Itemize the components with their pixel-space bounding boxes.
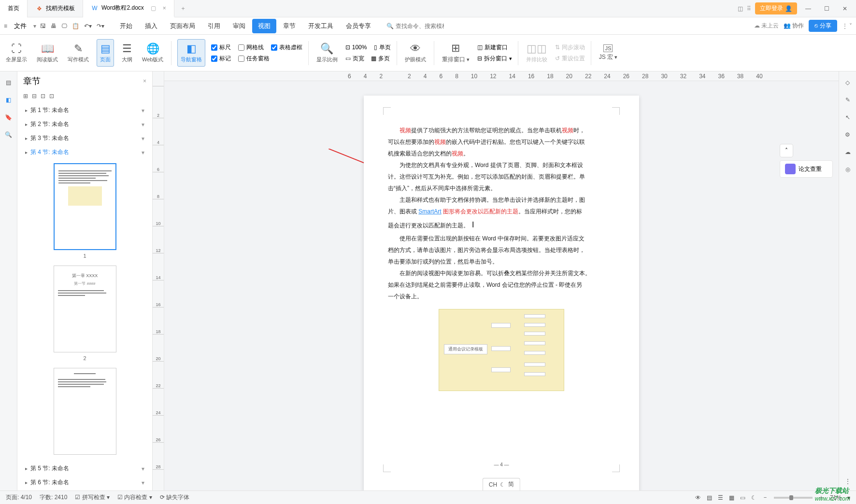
file-menu[interactable]: 文件: [11, 20, 29, 32]
content-check-button[interactable]: ☑ 内容检查 ▾: [117, 493, 152, 502]
toolbox-icon[interactable]: ◇: [845, 79, 850, 86]
split-window-icon[interactable]: ⊟: [477, 55, 482, 62]
paper-check-button[interactable]: 论文查重: [780, 160, 833, 178]
select-icon[interactable]: ↖: [845, 114, 850, 121]
paragraph[interactable]: 主题和样式也有助于文档保持协调。当您单击设计并选择新的主题时，图: [388, 194, 615, 206]
outline-button[interactable]: ☰大纲: [120, 42, 134, 63]
paragraph[interactable]: 机搜索最适合您的文档的视频。: [388, 148, 615, 159]
add-section-icon[interactable]: ⊞: [23, 93, 28, 99]
new-tab-button[interactable]: ＋: [174, 4, 192, 13]
paragraph[interactable]: 一个设备上。: [388, 291, 615, 302]
missing-font-button[interactable]: ⟳ 缺失字体: [160, 493, 189, 502]
close-icon[interactable]: ×: [163, 5, 166, 12]
word-count[interactable]: 字数: 2410: [40, 493, 67, 502]
page-thumbnail[interactable]: 第一章 XXXX第一节 ####: [54, 266, 116, 352]
login-button[interactable]: 立即登录 👤: [755, 2, 797, 14]
fullscreen-button[interactable]: ⛶全屏显示: [4, 42, 29, 63]
document-area[interactable]: 642246810121416182022242628303234363840 …: [164, 71, 839, 490]
moon-status-icon[interactable]: ☾: [751, 494, 756, 501]
nav-section-item[interactable]: ▸第 4 节: 未命名▾: [21, 145, 148, 159]
sections-panel-icon[interactable]: ◧: [4, 96, 13, 104]
reading-layout-button[interactable]: 📖阅读版式: [35, 42, 60, 63]
menu-tab-6[interactable]: 章节: [277, 19, 301, 33]
table-checkbox[interactable]: [271, 44, 277, 51]
paragraph[interactable]: 使用在需要位置出现的新按钮在 Word 中保存时间。若要更改图片适应文: [388, 233, 615, 244]
cloud-icon[interactable]: ☁: [845, 149, 851, 155]
menu-tab-5[interactable]: 视图: [252, 19, 276, 33]
menu-tab-4[interactable]: 审阅: [227, 19, 251, 33]
eyecare-button[interactable]: 👁护眼模式: [403, 42, 428, 63]
menu-tab-0[interactable]: 开始: [114, 19, 138, 33]
find-icon[interactable]: 🔍: [4, 130, 13, 139]
layout3-icon[interactable]: ▦: [729, 494, 734, 501]
multi-page-label[interactable]: 多页: [378, 55, 390, 63]
writing-mode-button[interactable]: ✎写作模式: [66, 42, 91, 63]
ime-bar[interactable]: CH ☾ 简: [483, 478, 520, 490]
nav-section-item[interactable]: ▸第 3 节: 未命名▾: [21, 131, 148, 145]
item-menu-icon[interactable]: ▾: [142, 107, 144, 114]
outline-panel-icon[interactable]: ▤: [4, 78, 13, 87]
expand-icon[interactable]: ⊡: [41, 93, 45, 99]
menu-icon[interactable]: ≡: [4, 23, 7, 29]
collapse-icon[interactable]: ⊡: [49, 93, 54, 99]
mindmap-image[interactable]: 通用会议记录模板: [439, 309, 564, 391]
eye-status-icon[interactable]: 👁: [695, 494, 701, 501]
settings-icon[interactable]: ⚙: [845, 131, 850, 138]
cooperate-button[interactable]: 👥 协作: [784, 22, 804, 30]
item-menu-icon[interactable]: ▾: [142, 149, 144, 156]
paragraph[interactable]: 视频提供了功能强大的方法帮助您证明您的观点。当您单击联机视频时，: [388, 125, 615, 136]
nav-section-item[interactable]: ▸第 2 节: 未命名▾: [21, 117, 148, 131]
layout2-icon[interactable]: ☰: [718, 494, 723, 501]
new-window-label[interactable]: 新建窗口: [485, 43, 508, 52]
paragraph[interactable]: 可以在想要添加的视频的嵌入代码中进行粘贴。您也可以键入一个关键字以联: [388, 136, 615, 148]
nav-section-item[interactable]: ▸第 6 节: 未命名▾: [21, 476, 148, 490]
menu-tab-2[interactable]: 页面布局: [164, 19, 201, 33]
grid-checkbox[interactable]: [238, 44, 244, 51]
maximize-button[interactable]: ☐: [819, 1, 834, 16]
more-icon[interactable]: ⋮: [845, 478, 851, 485]
remove-section-icon[interactable]: ⊟: [32, 93, 37, 99]
collapse-button[interactable]: ˄: [780, 144, 793, 157]
task-checkbox[interactable]: [238, 56, 244, 62]
menu-tab-7[interactable]: 开发工具: [302, 19, 339, 33]
single-page-icon[interactable]: ▯: [374, 44, 377, 51]
zoom-slider[interactable]: [774, 497, 813, 499]
menu-tab-3[interactable]: 引用: [202, 19, 226, 33]
layout1-icon[interactable]: ▤: [707, 494, 712, 501]
arrange-button[interactable]: ⊞重排窗口 ▾: [440, 42, 471, 64]
paragraph[interactable]: 片、图表或 SmartArt 图形将会更改以匹配新的主题。当应用样式时，您的标: [388, 206, 615, 217]
layout-icon[interactable]: ◫: [738, 5, 743, 12]
zoom-100-label[interactable]: 100%: [352, 44, 367, 51]
zoom-out-button[interactable]: －: [762, 493, 768, 502]
split-window-label[interactable]: 拆分窗口: [484, 55, 507, 63]
page-thumbnail[interactable]: [54, 368, 116, 455]
undo-icon[interactable]: ↶▾: [84, 23, 92, 29]
paragraph[interactable]: 档的方式，请单击该图片，图片旁边将会显示布局选项按钮。当处理表格时，: [388, 244, 615, 256]
onehundred-icon[interactable]: ⊡: [345, 44, 350, 51]
item-menu-icon[interactable]: ▾: [142, 465, 144, 472]
zoom-button[interactable]: 🔍显示比例: [314, 42, 340, 63]
redo-icon[interactable]: ↷▾: [97, 23, 104, 29]
paragraph[interactable]: 如果在达到结尾处之前需要停止读取，Word 会记住您的停止位置 - 即使在另: [388, 279, 615, 291]
paste-icon[interactable]: 📋: [72, 23, 79, 29]
page-layout-button[interactable]: ▤页面: [97, 39, 114, 67]
tab-templates[interactable]: ❖ 找稻壳模板: [28, 0, 83, 17]
paragraph[interactable]: 击“插入”，然后从不同库中选择所需元素。: [388, 182, 615, 194]
item-menu-icon[interactable]: ▾: [142, 479, 144, 486]
paragraph[interactable]: 计。这些设计可互为补充。例如，您可以添加匹配的封面、页眉和提要栏。单: [388, 171, 615, 182]
cloud-status[interactable]: ☁ 未上云: [754, 22, 779, 30]
bookmark-icon[interactable]: 🔖: [4, 113, 13, 122]
save-icon[interactable]: 🖫: [40, 23, 46, 29]
pen-tool-icon[interactable]: ✎: [845, 97, 850, 103]
minimize-button[interactable]: —: [801, 1, 815, 16]
item-menu-icon[interactable]: ▾: [142, 135, 144, 142]
tab-home[interactable]: 首页: [0, 0, 28, 17]
target-icon[interactable]: ◎: [845, 166, 850, 173]
new-window-icon[interactable]: ◫: [477, 44, 483, 51]
web-layout-button[interactable]: 🌐Web版式: [140, 42, 165, 63]
menu-tab-8[interactable]: 会员专享: [340, 19, 377, 33]
close-button[interactable]: ✕: [838, 1, 852, 16]
paragraph[interactable]: 单击要添加行或列的位置，然后单击加号。: [388, 256, 615, 267]
print-icon[interactable]: 🖶: [51, 23, 57, 29]
ruler-checkbox[interactable]: [211, 44, 217, 51]
